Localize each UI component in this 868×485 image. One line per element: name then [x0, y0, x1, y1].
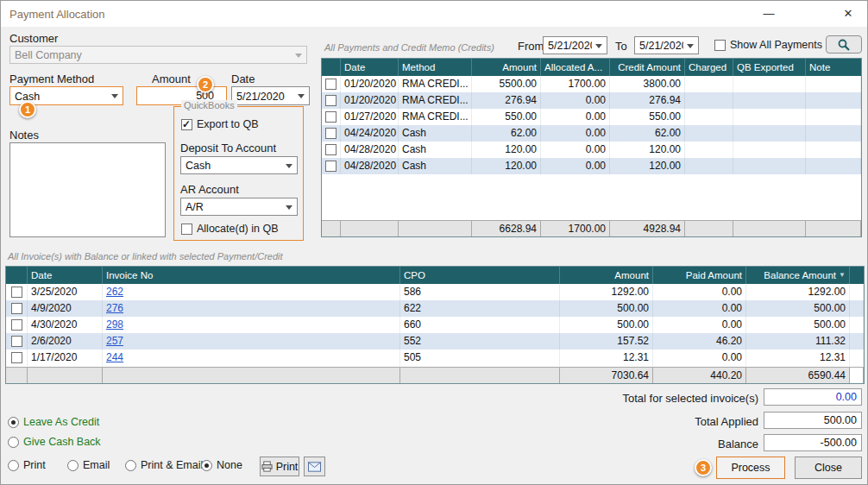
print-and-email-option[interactable]: Print & Email [125, 459, 203, 471]
to-date-combo[interactable]: 5/21/2020 [634, 36, 699, 54]
email-option[interactable]: Email [67, 459, 110, 471]
payments-allocated-header[interactable]: Allocated A... [541, 59, 610, 76]
email-button[interactable] [304, 457, 325, 476]
print-radio[interactable] [8, 460, 19, 471]
give-cash-back-option[interactable]: Give Cash Back [8, 436, 101, 448]
invoice-amount-cell: 500.00 [560, 317, 653, 333]
invoice-number-link[interactable]: 276 [106, 302, 123, 314]
invoice-row-checkbox[interactable] [11, 287, 22, 298]
invoice-cpo-cell: 622 [400, 300, 560, 317]
invoice-select-cell [6, 317, 28, 333]
invoice-row-checkbox[interactable] [11, 352, 22, 363]
invoice-row-checkbox[interactable] [11, 303, 22, 314]
show-all-payments-option[interactable]: Show All Payments [714, 39, 822, 51]
invoice-cpo-cell: 552 [400, 333, 560, 350]
payment-row[interactable]: 04/28/2020 Cash 120.00 0.00 120.00 [322, 142, 861, 158]
invoices-no-header[interactable]: Invoice No [103, 267, 400, 284]
leave-as-credit-radio[interactable] [8, 417, 19, 428]
payments-charged-header[interactable]: Charged [685, 59, 733, 76]
invoices-balance-header[interactable]: Balance Amount ▼ [746, 267, 850, 284]
chevron-down-icon [298, 94, 305, 98]
invoice-balance-cell: 1292.00 [746, 284, 850, 300]
payment-row-checkbox[interactable] [325, 95, 337, 106]
payment-row[interactable]: 04/24/2020 Cash 62.00 0.00 62.00 [322, 125, 861, 142]
export-to-qb-checkbox[interactable] [181, 119, 192, 130]
payments-amount-header[interactable]: Amount [472, 59, 541, 76]
payment-row-checkbox[interactable] [325, 79, 337, 90]
none-option[interactable]: None [201, 459, 242, 471]
invoice-scroll-cell [850, 317, 864, 333]
allocated-in-qb-checkbox[interactable] [181, 224, 192, 235]
payment-select-cell [322, 142, 341, 158]
payment-select-cell [322, 158, 341, 174]
chevron-down-icon [595, 44, 602, 48]
minimize-icon[interactable]: — [750, 1, 788, 27]
payments-credit-header[interactable]: Credit Amount [610, 59, 685, 76]
printer-icon [261, 461, 273, 472]
show-all-payments-label: Show All Payments [730, 39, 822, 51]
invoice-number-link[interactable]: 298 [106, 318, 123, 331]
payments-qb-exported-header[interactable]: QB Exported [733, 59, 806, 76]
allocated-in-qb-option[interactable]: Allocate(d) in QB [181, 223, 278, 235]
invoice-number-link[interactable]: 244 [106, 351, 123, 363]
payment-charged-cell [685, 109, 733, 125]
give-cash-back-radio[interactable] [8, 437, 19, 448]
payments-method-header[interactable]: Method [399, 59, 472, 76]
payment-row[interactable]: 04/28/2020 Cash 120.00 0.00 120.00 [322, 158, 861, 174]
payment-amount-cell: 62.00 [472, 125, 541, 142]
ar-account-label: AR Account [180, 183, 239, 196]
close-button[interactable]: Close [795, 457, 862, 479]
invoices-cpo-header[interactable]: CPO [400, 267, 560, 284]
payment-row-checkbox[interactable] [325, 161, 337, 172]
none-radio[interactable] [201, 460, 212, 471]
invoice-row[interactable]: 3/25/2020 262 586 1292.00 0.00 1292.00 [6, 284, 864, 300]
invoice-row[interactable]: 1/17/2020 244 505 12.31 0.00 12.31 [6, 350, 864, 366]
payment-row-checkbox[interactable] [325, 111, 337, 123]
payment-date-combo[interactable]: 5/21/2020 [231, 86, 310, 105]
payment-row[interactable]: 01/20/2020 RMA CREDI... 5500.00 1700.00 … [322, 76, 861, 92]
print-option[interactable]: Print [8, 459, 46, 471]
envelope-icon [308, 462, 321, 472]
invoices-total-balance: 6590.44 [746, 368, 850, 383]
total-applied-label: Total Applied [484, 415, 758, 428]
invoice-row-checkbox[interactable] [11, 319, 22, 331]
invoices-amount-header[interactable]: Amount [560, 267, 653, 284]
customer-combo: Bell Company [9, 46, 307, 64]
leave-as-credit-option[interactable]: Leave As Credit [8, 416, 99, 428]
amount-label: Amount [152, 72, 191, 85]
search-payments-button[interactable] [826, 35, 862, 54]
deposit-account-combo[interactable]: Cash [180, 156, 298, 174]
invoices-paid-header[interactable]: Paid Amount [653, 267, 746, 284]
notes-textarea[interactable] [9, 142, 166, 237]
invoice-row[interactable]: 2/6/2020 257 552 157.52 46.20 111.32 [6, 333, 864, 350]
invoice-paid-cell: 0.00 [653, 317, 746, 333]
invoice-number-link[interactable]: 257 [106, 335, 123, 347]
export-to-qb-option[interactable]: Export to QB [181, 118, 259, 130]
payment-allocated-cell: 0.00 [541, 125, 610, 142]
print-and-email-radio[interactable] [125, 460, 136, 471]
payment-note-cell [806, 158, 861, 174]
invoice-number-link[interactable]: 262 [106, 286, 123, 298]
from-date-combo[interactable]: 5/21/2020 [543, 36, 607, 54]
close-icon[interactable]: ✕ [829, 1, 867, 27]
invoices-totals-date-cell [28, 368, 103, 383]
email-radio[interactable] [67, 460, 79, 471]
payment-row-checkbox[interactable] [325, 144, 337, 155]
invoice-row-checkbox[interactable] [11, 336, 22, 347]
show-all-payments-checkbox[interactable] [714, 40, 726, 51]
invoice-row[interactable]: 4/9/2020 276 622 500.00 0.00 500.00 [6, 300, 864, 317]
invoice-select-cell [6, 284, 28, 300]
invoices-balance-header-label: Balance Amount [764, 267, 836, 284]
payment-qb-exported-cell [733, 76, 806, 92]
payment-row[interactable]: 01/27/2020 RMA CREDI... 550.00 0.00 550.… [322, 109, 861, 125]
payment-row[interactable]: 01/20/2020 RMA CREDI... 276.94 0.00 276.… [322, 92, 861, 109]
payments-date-header[interactable]: Date [341, 59, 399, 76]
invoices-date-header[interactable]: Date [28, 267, 103, 284]
payments-note-header[interactable]: Note [806, 59, 861, 76]
payment-row-checkbox[interactable] [325, 128, 337, 139]
ar-account-combo[interactable]: A/R [180, 198, 298, 216]
invoice-row[interactable]: 4/30/2020 298 660 500.00 0.00 500.00 [6, 317, 864, 333]
process-button[interactable]: Process [716, 457, 785, 479]
print-button[interactable]: Print [260, 457, 299, 476]
ar-account-value: A/R [186, 199, 282, 215]
